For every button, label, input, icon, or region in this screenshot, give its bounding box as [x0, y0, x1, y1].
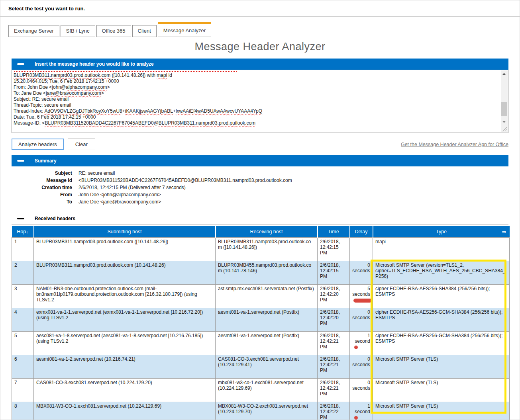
header-line: 15.20.0464.015; Tue, 6 Feb 2018 17:42:15…: [14, 78, 499, 84]
column-header-receiving-host: Receiving host: [216, 226, 318, 237]
cell-delay: 1 second: [350, 402, 373, 420]
header-line: Subject: RE: secure email: [14, 96, 499, 102]
collapse-minus-icon[interactable]: [17, 160, 24, 162]
textarea-scrollbar[interactable]: [501, 70, 508, 125]
delay-text: 0 seconds: [352, 309, 370, 320]
collapse-minus-icon[interactable]: [17, 63, 24, 65]
scrollbar-down-icon[interactable]: [502, 121, 506, 123]
delay-indicator-dot: [354, 416, 358, 420]
cell-hop: 4: [12, 308, 34, 331]
cell-time: 2/6/2018, 12:42:15 PM: [318, 237, 350, 261]
cell-hop: 3: [12, 284, 34, 308]
summary-section-header: Summary: [12, 155, 508, 166]
expand-arrow-icon[interactable]: ⇒: [502, 229, 506, 234]
cell-time: 2/6/2018, 12:42:15 PM: [318, 261, 350, 284]
get-app-link[interactable]: Get the Message Header Analyzer App for …: [401, 142, 508, 147]
received-headers-section-header: Received headers: [12, 213, 508, 225]
cell-receiving-host: mbx081-w3-co-1.exch081.serverpod.net (10…: [216, 378, 318, 402]
scrollbar-thumb[interactable]: [501, 102, 507, 116]
summary-row: Creation time2/6/2018, 12:42:15 PM (Deli…: [12, 184, 508, 191]
cell-delay: [350, 237, 373, 261]
summary-fields: SubjectRE: secure emailMessage Id<BLUPR0…: [12, 166, 508, 209]
cell-submitting-host: exmx081-va-1-1.serverpod.net (exmx081-va…: [34, 308, 216, 331]
column-header-time: Time: [318, 226, 350, 237]
tab-office-365[interactable]: Office 365: [96, 25, 131, 37]
tab-client[interactable]: Client: [132, 25, 157, 37]
resize-grip-icon[interactable]: [501, 125, 508, 132]
delay-text: 0 seconds: [352, 380, 370, 391]
cell-delay: 1 second: [350, 331, 373, 355]
tabs: Exchange ServerSfB / LyncOffice 365Clien…: [8, 22, 520, 37]
summary-label: To: [12, 198, 72, 205]
message-header-input[interactable]: BLUPR03MB311.namprd03.prod.outlook.com (…: [12, 70, 508, 133]
analyze-headers-button[interactable]: Analyze headers: [12, 139, 64, 150]
cell-receiving-host: aesmt081-va-1.serverpod.net (Postfix): [216, 331, 318, 355]
delay-text: 0 seconds: [352, 262, 370, 273]
cell-delay: 0 seconds: [350, 378, 373, 402]
collapse-minus-icon[interactable]: [17, 218, 24, 219]
received-headers-title: Received headers: [35, 216, 75, 221]
cell-receiving-host: MBX081-W3-CO-2.exch081.serverpod.net (10…: [216, 402, 318, 420]
cell-receiving-host: BLUPR03MB455.namprd03.prod.outlook.com (…: [216, 261, 318, 284]
summary-value: RE: secure email: [78, 170, 115, 177]
table-row: 6aesmt081-va-1-2.serverpod.net (10.216.7…: [12, 355, 510, 378]
clear-button[interactable]: Clear: [68, 139, 95, 150]
cell-receiving-host: CAS081-CO-3.exch081.serverpod.net (10.22…: [216, 355, 318, 378]
cell-submitting-host: CAS081-CO-3.exch081.serverpod.net (10.22…: [34, 378, 216, 402]
page: Select the test you want to run. Exchang…: [0, 0, 520, 420]
table-row: 3NAM01-BN3-obe.outbound.protection.outlo…: [12, 284, 510, 308]
cell-submitting-host: BLUPR03MB311.namprd03.prod.outlook.com (…: [34, 237, 216, 261]
cell-delay: 0 seconds: [350, 308, 373, 331]
cell-time: 2/6/2018, 12:42:20 PM: [318, 284, 350, 308]
tab-exchange-server[interactable]: Exchange Server: [8, 25, 59, 37]
header-line: Thread-Index: AdOV9OVLZGgDJTbkRoyXoY5wU8…: [14, 108, 499, 114]
table-row: 2BLUPR03MB311.namprd03.prod.outlook.com …: [12, 261, 510, 284]
column-header-delay: Delay: [350, 226, 373, 237]
received-table-body: 1BLUPR03MB311.namprd03.prod.outlook.com …: [12, 237, 510, 420]
page-title: Message Header Analyzer: [0, 41, 520, 55]
table-row: 5aesc081-va-1-8.serverpod.net (aesc081-v…: [12, 331, 510, 355]
tab-sfb-lync[interactable]: SfB / Lync: [61, 25, 95, 37]
delay-indicator-bar: [353, 299, 372, 303]
column-header-type: Type⇒: [373, 226, 510, 237]
cell-type: cipher ECDHE-RSA-AES256-SHA384 (256/256 …: [373, 284, 510, 308]
sort-down-icon: ↓: [26, 229, 28, 234]
table-row: 4exmx081-va-1-1.serverpod.net (exmx081-v…: [12, 308, 510, 331]
cell-time: 2/6/2018, 12:42:21 PM: [318, 331, 350, 355]
cell-submitting-host: NAM01-BN3-obe.outbound.protection.outloo…: [34, 284, 216, 308]
summary-section-title: Summary: [35, 158, 57, 164]
top-instruction: Select the test you want to run.: [8, 6, 85, 12]
summary-value: <BLUPR03MB311520BADD4C2267F67045ABEFD0@B…: [78, 177, 292, 184]
summary-value: Jane Doe <jane@bravocompany.com>: [78, 198, 161, 205]
table-row: 8MBX081-W3-CO-1.exch081.serverpod.net (1…: [12, 402, 510, 420]
cell-hop: 7: [12, 378, 34, 402]
cell-hop: 8: [12, 402, 34, 420]
input-section-header: Insert the message header you would like…: [12, 59, 508, 70]
cell-submitting-host: aesmt081-va-1-2.serverpod.net (10.216.74…: [34, 355, 216, 378]
tab-message-analyzer[interactable]: Message Analyzer: [158, 22, 211, 37]
cell-receiving-host: ast.smtp.mx.exch081.serverdata.net (Post…: [216, 284, 318, 308]
main-content: Insert the message header you would like…: [0, 59, 520, 420]
column-header-submitting-host: Submitting host: [34, 226, 216, 237]
received-headers-table-wrap: Hop↓ Submitting host Receiving host Time…: [12, 226, 508, 420]
cell-receiving-host: BLUPR03MB311.namprd03.prod.outlook.com (…: [216, 237, 318, 261]
column-header-hop[interactable]: Hop↓: [12, 226, 34, 237]
cell-hop: 5: [12, 331, 34, 355]
cell-submitting-host: aesc081-va-1-8.serverpod.net (aesc081-va…: [34, 331, 216, 355]
summary-row: SubjectRE: secure email: [12, 170, 508, 177]
message-header-text: BLUPR03MB311.namprd03.prod.outlook.com (…: [14, 72, 499, 126]
header-line: To: Jane Doe <jane@bravocompany.com>: [14, 90, 499, 96]
header-line: BLUPR03MB311.namprd03.prod.outlook.com (…: [14, 72, 499, 78]
summary-label: Creation time: [12, 184, 72, 191]
table-row: 7CAS081-CO-3.exch081.serverpod.net (10.2…: [12, 378, 510, 402]
header-line: Message-ID: <BLUPR03MB311520BADD4C2267F6…: [14, 120, 499, 126]
cell-type: mapi: [373, 237, 510, 261]
scrollbar-up-icon[interactable]: [502, 73, 506, 75]
cell-delay: 0 seconds: [350, 261, 373, 284]
summary-label: From: [12, 191, 72, 198]
cell-receiving-host: aesmt081-va-1.serverpod.net (Postfix): [216, 308, 318, 331]
top-instruction-bar: Select the test you want to run.: [0, 0, 520, 17]
delay-text: 1 second: [352, 403, 370, 414]
cell-type: cipher ECDHE-RSA-AES256-GCM-SHA384 (256/…: [373, 331, 510, 355]
cell-type: Microsoft SMTP Server (TLS): [373, 378, 510, 402]
